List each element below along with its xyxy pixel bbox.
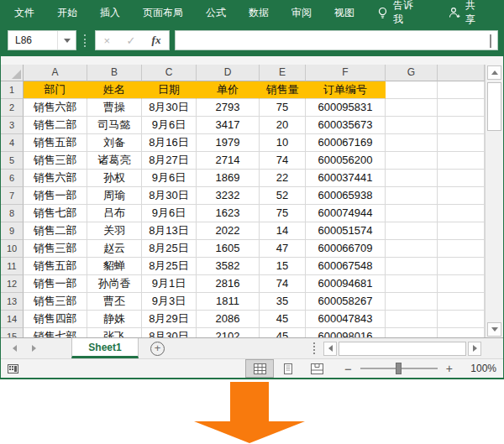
- scroll-right-button[interactable]: [468, 342, 481, 356]
- cell[interactable]: 600067169: [306, 134, 386, 152]
- cell[interactable]: [438, 170, 485, 187]
- cell[interactable]: [386, 275, 438, 293]
- cell[interactable]: [438, 275, 485, 293]
- vertical-scrollbar-thumb[interactable]: [487, 82, 501, 131]
- cancel-button[interactable]: ×: [104, 34, 111, 47]
- view-page-layout-button[interactable]: [274, 359, 302, 378]
- formula-bar-expand-button[interactable]: [490, 34, 491, 46]
- cell[interactable]: 20: [260, 117, 306, 134]
- row-header-2[interactable]: 2: [1, 99, 24, 117]
- cell[interactable]: 600066709: [306, 240, 386, 258]
- ribbon-tab-formulas[interactable]: 公式: [206, 6, 226, 20]
- view-normal-button[interactable]: [245, 359, 274, 378]
- zoom-slider-thumb[interactable]: [396, 363, 402, 374]
- cell[interactable]: 1869: [197, 170, 260, 187]
- cell[interactable]: [386, 81, 438, 99]
- formula-input[interactable]: [175, 30, 498, 50]
- cell[interactable]: [438, 117, 485, 134]
- tab-bar-splitter[interactable]: [313, 342, 315, 354]
- column-header-E[interactable]: E: [260, 65, 306, 81]
- column-header-F[interactable]: F: [306, 65, 386, 81]
- cell[interactable]: [386, 293, 438, 311]
- cell[interactable]: 张飞: [87, 328, 142, 337]
- formula-bar-splitter[interactable]: [84, 34, 86, 47]
- cell[interactable]: 销售二部: [24, 117, 87, 134]
- cell[interactable]: [386, 205, 438, 222]
- sheet-tab-sheet1[interactable]: Sheet1: [71, 338, 139, 358]
- cell[interactable]: 孙权: [87, 170, 142, 187]
- add-sheet-button[interactable]: +: [150, 342, 165, 356]
- cell[interactable]: 9月6日: [142, 205, 197, 222]
- cell[interactable]: 47: [260, 240, 306, 258]
- ribbon-tab-data[interactable]: 数据: [249, 6, 269, 20]
- cell[interactable]: 3232: [197, 187, 260, 205]
- cell[interactable]: [438, 152, 485, 170]
- cell[interactable]: 2102: [197, 328, 260, 337]
- cell[interactable]: [386, 240, 438, 258]
- cell[interactable]: [438, 240, 485, 258]
- cell[interactable]: [386, 222, 438, 240]
- row-header-14[interactable]: 14: [1, 311, 24, 328]
- cell[interactable]: 600058267: [306, 293, 386, 311]
- cell[interactable]: [438, 187, 485, 205]
- cell[interactable]: [386, 134, 438, 152]
- cell[interactable]: 销售七部: [24, 205, 87, 222]
- cell[interactable]: 销售三部: [24, 240, 87, 258]
- cell[interactable]: 9月1日: [142, 275, 197, 293]
- column-header-D[interactable]: D: [197, 65, 260, 81]
- column-header-blank[interactable]: [438, 65, 485, 81]
- cell[interactable]: 曹操: [87, 99, 142, 117]
- cell[interactable]: 600056200: [306, 152, 386, 170]
- cell[interactable]: 周瑜: [87, 187, 142, 205]
- cell[interactable]: 销售五部: [24, 134, 87, 152]
- cell[interactable]: [438, 328, 485, 337]
- cell[interactable]: 貂蝉: [87, 258, 142, 275]
- previous-sheet-button[interactable]: [13, 345, 17, 352]
- cell[interactable]: 600065938: [306, 187, 386, 205]
- row-header-10[interactable]: 10: [1, 240, 24, 258]
- cell[interactable]: [386, 328, 438, 337]
- cell[interactable]: 订单编号: [306, 81, 386, 99]
- cell[interactable]: 姓名: [87, 81, 142, 99]
- cell[interactable]: 司马懿: [87, 117, 142, 134]
- cell[interactable]: 600094681: [306, 275, 386, 293]
- cell[interactable]: 8月30日: [142, 328, 197, 337]
- cell[interactable]: [386, 152, 438, 170]
- row-header-9[interactable]: 9: [1, 222, 24, 240]
- zoom-level[interactable]: 100%: [465, 363, 496, 374]
- cell[interactable]: 诸葛亮: [87, 152, 142, 170]
- cell[interactable]: 销售一部: [24, 187, 87, 205]
- cell[interactable]: 9月6日: [142, 170, 197, 187]
- row-header-8[interactable]: 8: [1, 205, 24, 222]
- cell[interactable]: 600095831: [306, 99, 386, 117]
- cell[interactable]: 关羽: [87, 222, 142, 240]
- cell[interactable]: 刘备: [87, 134, 142, 152]
- name-box-dropdown-button[interactable]: [57, 31, 76, 50]
- row-header-13[interactable]: 13: [1, 293, 24, 311]
- cell[interactable]: 52: [260, 187, 306, 205]
- cell[interactable]: 3582: [197, 258, 260, 275]
- row-header-4[interactable]: 4: [1, 134, 24, 152]
- cell[interactable]: 8月16日: [142, 134, 197, 152]
- cell[interactable]: 吕布: [87, 205, 142, 222]
- cell[interactable]: 8月29日: [142, 311, 197, 328]
- cell[interactable]: 8月30日: [142, 187, 197, 205]
- ribbon-tab-file[interactable]: 文件: [14, 6, 34, 20]
- zoom-in-button[interactable]: +: [446, 362, 453, 375]
- cell[interactable]: 600047843: [306, 311, 386, 328]
- macro-record-button[interactable]: [8, 364, 18, 373]
- ribbon-tab-review[interactable]: 审阅: [291, 6, 312, 20]
- cell[interactable]: 22: [260, 170, 306, 187]
- cell[interactable]: 74: [260, 275, 306, 293]
- horizontal-scrollbar-thumb[interactable]: [339, 342, 466, 356]
- zoom-slider[interactable]: [360, 368, 438, 369]
- cell[interactable]: 日期: [142, 81, 197, 99]
- cell[interactable]: 销售六部: [24, 99, 87, 117]
- cell[interactable]: 销售一部: [24, 275, 87, 293]
- cell[interactable]: [438, 258, 485, 275]
- cell[interactable]: 1811: [197, 293, 260, 311]
- cell[interactable]: 销售四部: [24, 311, 87, 328]
- cell[interactable]: [438, 311, 485, 328]
- cell[interactable]: 赵云: [87, 240, 142, 258]
- ribbon-tab-view[interactable]: 视图: [334, 6, 354, 20]
